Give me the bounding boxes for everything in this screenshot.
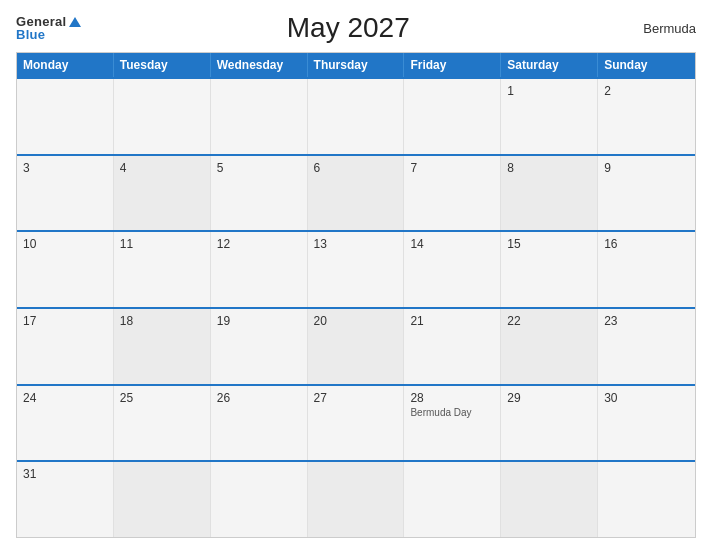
calendar-body: 1234567891011121314151617181920212223242… <box>17 77 695 537</box>
calendar-cell: 30 <box>598 386 695 461</box>
logo: General Blue <box>16 15 81 41</box>
calendar-row-0: 12 <box>17 77 695 154</box>
calendar-cell: 7 <box>404 156 501 231</box>
day-number: 6 <box>314 161 398 175</box>
calendar-cell: 21 <box>404 309 501 384</box>
calendar-cell: 31 <box>17 462 114 537</box>
calendar-cell: 19 <box>211 309 308 384</box>
calendar-cell: 22 <box>501 309 598 384</box>
weekday-header-monday: Monday <box>17 53 114 77</box>
calendar-cell: 11 <box>114 232 211 307</box>
calendar-header: General Blue May 2027 Bermuda <box>16 12 696 44</box>
day-number: 23 <box>604 314 689 328</box>
calendar-cell <box>404 79 501 154</box>
calendar-cell: 27 <box>308 386 405 461</box>
day-number: 29 <box>507 391 591 405</box>
calendar-cell: 1 <box>501 79 598 154</box>
weekday-header-friday: Friday <box>404 53 501 77</box>
calendar-cell <box>17 79 114 154</box>
calendar-cell <box>308 462 405 537</box>
weekday-header-sunday: Sunday <box>598 53 695 77</box>
day-number: 13 <box>314 237 398 251</box>
calendar-grid: MondayTuesdayWednesdayThursdayFridaySatu… <box>16 52 696 538</box>
calendar-cell: 25 <box>114 386 211 461</box>
day-number: 3 <box>23 161 107 175</box>
calendar-cell: 4 <box>114 156 211 231</box>
calendar-cell: 29 <box>501 386 598 461</box>
calendar-cell <box>501 462 598 537</box>
day-number: 4 <box>120 161 204 175</box>
day-number: 27 <box>314 391 398 405</box>
day-number: 31 <box>23 467 107 481</box>
weekday-header-thursday: Thursday <box>308 53 405 77</box>
day-number: 15 <box>507 237 591 251</box>
day-number: 21 <box>410 314 494 328</box>
calendar-cell: 17 <box>17 309 114 384</box>
calendar-cell <box>114 79 211 154</box>
day-number: 26 <box>217 391 301 405</box>
day-number: 8 <box>507 161 591 175</box>
calendar-cell: 28Bermuda Day <box>404 386 501 461</box>
day-number: 22 <box>507 314 591 328</box>
calendar-row-4: 2425262728Bermuda Day2930 <box>17 384 695 461</box>
calendar-cell: 14 <box>404 232 501 307</box>
day-number: 2 <box>604 84 689 98</box>
day-number: 12 <box>217 237 301 251</box>
calendar-cell: 16 <box>598 232 695 307</box>
calendar-row-3: 17181920212223 <box>17 307 695 384</box>
day-number: 24 <box>23 391 107 405</box>
day-number: 9 <box>604 161 689 175</box>
calendar-cell: 6 <box>308 156 405 231</box>
calendar-row-2: 10111213141516 <box>17 230 695 307</box>
calendar-cell <box>308 79 405 154</box>
day-number: 16 <box>604 237 689 251</box>
calendar-title: May 2027 <box>81 12 616 44</box>
calendar-cell: 26 <box>211 386 308 461</box>
day-number: 19 <box>217 314 301 328</box>
calendar-cell: 20 <box>308 309 405 384</box>
calendar-cell <box>598 462 695 537</box>
calendar-cell <box>404 462 501 537</box>
calendar-cell <box>211 79 308 154</box>
calendar-cell <box>211 462 308 537</box>
day-number: 28 <box>410 391 494 405</box>
weekday-header-wednesday: Wednesday <box>211 53 308 77</box>
calendar-cell: 18 <box>114 309 211 384</box>
day-number: 7 <box>410 161 494 175</box>
calendar-cell: 13 <box>308 232 405 307</box>
day-number: 20 <box>314 314 398 328</box>
calendar-weekday-header: MondayTuesdayWednesdayThursdayFridaySatu… <box>17 53 695 77</box>
day-number: 25 <box>120 391 204 405</box>
day-number: 1 <box>507 84 591 98</box>
weekday-header-saturday: Saturday <box>501 53 598 77</box>
day-number: 17 <box>23 314 107 328</box>
day-number: 14 <box>410 237 494 251</box>
calendar-cell: 9 <box>598 156 695 231</box>
calendar-cell: 5 <box>211 156 308 231</box>
holiday-label: Bermuda Day <box>410 407 494 418</box>
day-number: 10 <box>23 237 107 251</box>
calendar-cell <box>114 462 211 537</box>
calendar-cell: 23 <box>598 309 695 384</box>
day-number: 11 <box>120 237 204 251</box>
day-number: 5 <box>217 161 301 175</box>
calendar-cell: 8 <box>501 156 598 231</box>
calendar-cell: 2 <box>598 79 695 154</box>
logo-blue-text: Blue <box>16 28 45 41</box>
calendar-row-1: 3456789 <box>17 154 695 231</box>
calendar-cell: 12 <box>211 232 308 307</box>
day-number: 30 <box>604 391 689 405</box>
calendar-cell: 10 <box>17 232 114 307</box>
calendar-cell: 3 <box>17 156 114 231</box>
logo-triangle-icon <box>69 17 81 27</box>
calendar-location: Bermuda <box>616 21 696 36</box>
weekday-header-tuesday: Tuesday <box>114 53 211 77</box>
calendar-row-5: 31 <box>17 460 695 537</box>
calendar-cell: 15 <box>501 232 598 307</box>
calendar-page: General Blue May 2027 Bermuda MondayTues… <box>0 0 712 550</box>
day-number: 18 <box>120 314 204 328</box>
calendar-cell: 24 <box>17 386 114 461</box>
